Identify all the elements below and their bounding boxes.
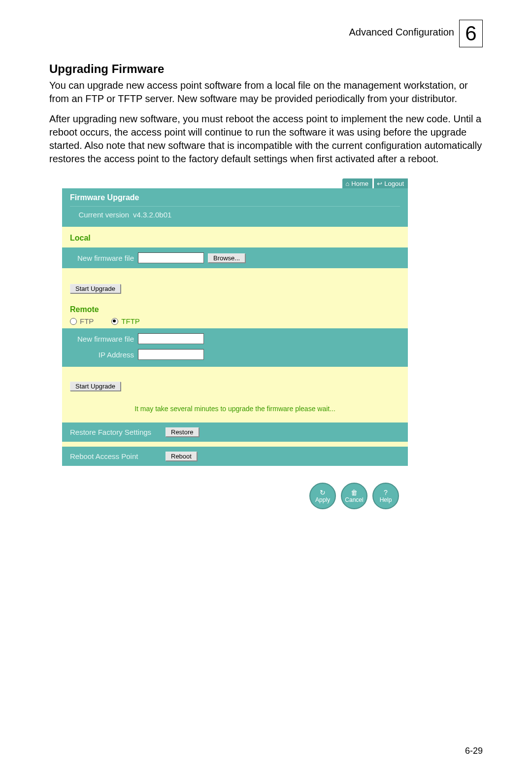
restore-row: Restore Factory Settings Restore bbox=[70, 427, 400, 437]
intro-paragraph-2: After upgrading new software, you must r… bbox=[49, 112, 483, 166]
local-heading: Local bbox=[70, 234, 400, 243]
remote-start-upgrade-button[interactable]: Start Upgrade bbox=[70, 382, 121, 391]
protocol-radio-row: FTP TFTP bbox=[70, 317, 400, 325]
logout-tab[interactable]: Logout bbox=[374, 178, 408, 188]
tftp-radio-label: TFTP bbox=[121, 317, 140, 325]
restore-label: Restore Factory Settings bbox=[70, 428, 162, 436]
home-label: Home bbox=[351, 180, 368, 187]
page-header: Advanced Configuration 6 bbox=[49, 20, 483, 47]
cancel-icon: 🗑 bbox=[351, 489, 358, 496]
firmware-upgrade-panel: Home Logout Firmware Upgrade Current ver… bbox=[62, 178, 408, 563]
section-title: Upgrading Firmware bbox=[49, 62, 483, 76]
ftp-radio-item[interactable]: FTP bbox=[70, 317, 94, 325]
remote-firmware-input[interactable] bbox=[138, 333, 204, 344]
restore-button[interactable]: Restore bbox=[166, 427, 199, 437]
browse-button[interactable]: Browse... bbox=[208, 253, 245, 263]
chapter-number: 6 bbox=[465, 23, 476, 44]
local-firmware-label: New firmware file bbox=[70, 254, 134, 262]
top-nav: Home Logout bbox=[62, 178, 408, 188]
apply-button[interactable]: ↻ Apply bbox=[309, 483, 336, 509]
local-heading-area: Local bbox=[62, 227, 408, 247]
footer-area: ↻ Apply 🗑 Cancel ? Help bbox=[62, 466, 408, 563]
local-firmware-input[interactable] bbox=[138, 252, 204, 263]
reboot-label: Reboot Access Point bbox=[70, 452, 162, 460]
ip-address-input[interactable] bbox=[138, 349, 204, 360]
remote-start-upgrade-label: Start Upgrade bbox=[75, 383, 115, 390]
chapter-number-box: 6 bbox=[459, 20, 483, 47]
local-firmware-row: New firmware file Browse... bbox=[70, 252, 400, 263]
local-start-upgrade-button[interactable]: Start Upgrade bbox=[70, 284, 121, 293]
apply-label: Apply bbox=[315, 497, 330, 503]
cancel-button[interactable]: 🗑 Cancel bbox=[341, 483, 367, 509]
panel-title: Firmware Upgrade bbox=[70, 193, 400, 207]
help-label: Help bbox=[380, 497, 392, 503]
remote-firmware-label: New firmware file bbox=[70, 335, 134, 343]
spacer-cream bbox=[62, 442, 408, 447]
apply-icon: ↻ bbox=[320, 489, 326, 496]
restore-button-label: Restore bbox=[171, 428, 194, 436]
tftp-radio-item[interactable]: TFTP bbox=[111, 317, 140, 325]
local-actions-area: Start Upgrade Remote FTP TFTP bbox=[62, 268, 408, 328]
page-number: 6-29 bbox=[465, 746, 483, 756]
ip-address-row: IP Address bbox=[70, 349, 400, 360]
current-version-row: Current version v4.3.2.0b01 bbox=[70, 211, 400, 219]
remote-firmware-row: New firmware file bbox=[70, 333, 400, 344]
title-band: Firmware Upgrade Current version v4.3.2.… bbox=[62, 188, 408, 227]
reboot-button[interactable]: Reboot bbox=[166, 452, 197, 461]
reboot-row: Reboot Access Point Reboot bbox=[70, 452, 400, 461]
intro-paragraph-1: You can upgrade new access point softwar… bbox=[49, 79, 483, 106]
ip-address-label: IP Address bbox=[70, 351, 134, 359]
ftp-radio-label: FTP bbox=[80, 317, 94, 325]
help-icon: ? bbox=[384, 489, 388, 496]
logout-icon bbox=[377, 180, 382, 187]
local-firmware-band: New firmware file Browse... bbox=[62, 247, 408, 268]
remote-fields-band: New firmware file IP Address bbox=[62, 328, 408, 367]
restore-band: Restore Factory Settings Restore bbox=[62, 422, 408, 442]
remote-heading: Remote bbox=[70, 305, 400, 314]
cancel-label: Cancel bbox=[345, 497, 363, 503]
home-tab[interactable]: Home bbox=[342, 178, 372, 188]
tftp-radio[interactable] bbox=[111, 318, 118, 325]
ftp-radio[interactable] bbox=[70, 318, 77, 325]
reboot-band: Reboot Access Point Reboot bbox=[62, 447, 408, 466]
help-button[interactable]: ? Help bbox=[372, 483, 399, 509]
footer-buttons: ↻ Apply 🗑 Cancel ? Help bbox=[70, 481, 400, 511]
remote-actions-area: Start Upgrade It may take several minute… bbox=[62, 367, 408, 422]
browse-button-label: Browse... bbox=[213, 254, 240, 262]
logout-label: Logout bbox=[384, 180, 404, 187]
local-start-upgrade-label: Start Upgrade bbox=[75, 285, 115, 292]
header-label: Advanced Configuration bbox=[349, 27, 454, 38]
home-icon bbox=[345, 180, 349, 187]
reboot-button-label: Reboot bbox=[171, 453, 192, 460]
upgrade-wait-note: It may take several minutes to upgrade t… bbox=[70, 391, 400, 422]
current-version-value: v4.3.2.0b01 bbox=[133, 211, 171, 219]
current-version-label: Current version bbox=[70, 211, 129, 219]
